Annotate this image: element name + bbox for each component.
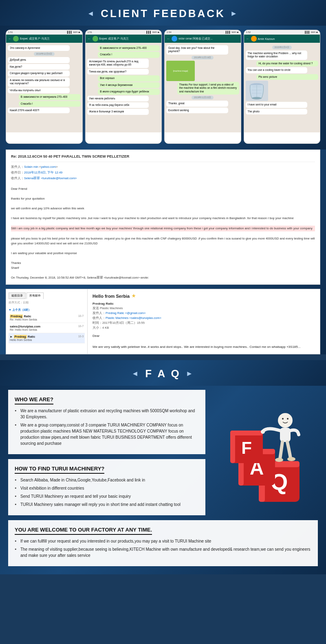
status-bar-2: 1:51 ▌▌▌ WiFi ■ xyxy=(86,30,162,35)
chat-body-3: Good day ,how are you? how about the pay… xyxy=(165,43,241,132)
email-meta-to: 收件人：Selena翠翠 <turuitrade@foxmail.com> xyxy=(11,176,315,180)
svg-point-18 xyxy=(278,413,293,428)
faq-title: F A Q xyxy=(145,367,181,380)
chat-msg: Как дела? xyxy=(8,64,70,70)
chat-msg: Thanks ,great xyxy=(166,101,228,106)
email-detail-size: 大小：4 KB xyxy=(93,326,315,330)
status-bar-1: 1:51 ▌▌▌ WiFi ■ xyxy=(6,30,82,35)
serbia-email-container: 箱前目录 所有邮件 排序方式：日期 ▼ 上个月（3封） 10-7 Predrag… xyxy=(6,289,320,354)
list-item: TURUI Machinery sales manager will reply… xyxy=(15,501,199,508)
contact-avatar-4 xyxy=(251,36,257,42)
chat-date: 2019年12月6日 xyxy=(34,52,55,56)
faq-who-we-are: WHO WE ARE? We are a manufacturer of pla… xyxy=(8,390,205,454)
chat-msg: You can use a cooling tower to circle xyxy=(246,67,308,73)
svg-point-24 xyxy=(261,430,265,434)
chat-msg: The machine working fine Problem ... why… xyxy=(246,51,308,60)
chat-msg: Good day ,how are you? how about the pay… xyxy=(166,45,228,55)
email-detail-body: Dear We are very satisfy with peletiser … xyxy=(93,333,315,350)
email-subject-preview: Hello from Serbia xyxy=(10,338,84,341)
email-from: ► Predrag Ratic xyxy=(10,335,84,338)
faq-text-column: WHO WE ARE? We are a manufacturer of pla… xyxy=(8,390,205,520)
contact-avatar-3 xyxy=(172,36,177,42)
chat-msg: Уже начала работать xyxy=(87,96,149,101)
email-list-panel: 箱前目录 所有邮件 排序方式：日期 ▼ 上个月（3封） 10-7 Predrag… xyxy=(6,289,88,354)
client-feedback-title: CLIENT FEEDBACK xyxy=(101,7,225,20)
cooling-tower-image xyxy=(246,81,268,101)
svg-point-19 xyxy=(282,418,284,420)
chat-body-1: Это сквизер в Аргентине 2019年12月6日 Добры… xyxy=(6,43,82,132)
email-sort-label: 排序方式：日期 xyxy=(9,301,85,305)
list-item: We are a group company,consist of 3 comp… xyxy=(15,422,199,446)
phone-screenshots-row: 1:51 ▌▌▌ WiFi ■ ← Борис 成交客户 乌克兰 Это скв… xyxy=(0,26,326,149)
email-date: 10-3 xyxy=(78,335,84,338)
email-detail-to: 收件人：Plastic Machines <sales@turuiplas.co… xyxy=(93,316,315,320)
faq-header: ◄ F A Q ► xyxy=(0,360,326,386)
faq-content-area: WHO WE ARE? We are a manufacturer of pla… xyxy=(0,386,326,520)
tab-all-mail[interactable]: 所有邮件 xyxy=(26,292,44,299)
list-item[interactable]: 10-7 Predrag Ratic Re: Hello from Serbia xyxy=(9,313,85,323)
chat-msg: В зависимости от материала 270–400 xyxy=(19,94,81,100)
faq-heading-welcome: YOU ARE WELCOME TO OUR FACTORY AT ANY TI… xyxy=(15,527,152,535)
faq-figure-column: Q A F xyxy=(212,390,318,520)
email-detail-subject: Hello from Serbia ★ xyxy=(93,293,315,299)
faq-left-chevron-icon: ◄ xyxy=(131,369,140,378)
email-from: Predrag Ratic xyxy=(10,314,84,318)
list-item: The meaning of visiting supplier,because… xyxy=(15,546,311,558)
chat-msg: Pls senc picture xyxy=(256,74,318,80)
chat-body-2: В зависимости от материала 270–400 Спаси… xyxy=(86,43,162,132)
svg-point-22 xyxy=(275,458,283,462)
chat-msg: The photo xyxy=(246,109,308,114)
svg-point-20 xyxy=(287,418,289,420)
star-icon: ★ xyxy=(132,293,136,299)
chat-msg: Excellent working xyxy=(166,108,228,113)
list-item: Send TURUI Machinery an request and tell… xyxy=(15,493,199,499)
list-item[interactable]: 10-3 ► Predrag Ratic Hello from Serbia xyxy=(9,333,85,343)
contact-avatar-1 xyxy=(13,36,19,42)
email-list-tabs: 箱前目录 所有邮件 xyxy=(9,292,85,299)
svg-text:F: F xyxy=(241,438,252,457)
chat-date: 2020年2月4日 xyxy=(272,46,292,49)
chat-image: [machine image] xyxy=(166,61,195,81)
list-item: We are a manufacturer of plastic extrusi… xyxy=(15,408,199,420)
tab-inbox[interactable]: 箱前目录 xyxy=(9,292,26,299)
faq-welcome-list: If we can fullfill your request and you … xyxy=(15,538,311,558)
chat-msg: Уже 4 месяца беременная xyxy=(98,82,160,88)
chat-date: 2019年11月22日 xyxy=(192,96,214,99)
chat-msg: Агломерат Пэ зочень рыхлый-270 а лид кан… xyxy=(87,59,149,68)
svg-point-23 xyxy=(287,457,295,461)
phone-chat-4: 1:52 ▌▌▌ WiFi ■ ← Amin Kazoun 2020年2月4日 … xyxy=(244,30,321,144)
faq-section: ◄ F A Q ► WHO WE ARE? We are a manufactu… xyxy=(0,360,326,574)
svg-rect-16 xyxy=(230,431,235,463)
chat-msg: I have sent to your email xyxy=(246,102,308,108)
email-from: sales@turuiplas.com xyxy=(10,325,84,328)
chat-msg: Это сквизер в Аргентине xyxy=(8,45,70,51)
chat-header-4: ← Amin Kazoun xyxy=(244,35,320,43)
list-item: If we can fullfill your request and you … xyxy=(15,538,311,544)
svg-rect-21 xyxy=(280,428,291,442)
email-detail-panel: Hello from Serbia ★ Predrag Ratic 发送 Pla… xyxy=(88,289,320,354)
email-body: Dear Friend thanks for your quotation we… xyxy=(11,187,315,280)
faq-who-list: We are a manufacturer of plastic extrusi… xyxy=(15,408,199,446)
phone-chat-2: 1:51 ▌▌▌ WiFi ■ ← Борис 成交客户 乌克兰 В завис… xyxy=(85,30,162,144)
chat-msg: Чтобы мы получить опыт xyxy=(8,88,70,93)
faq-heading-how: HOW TO FIND TURUI MACHINERY? xyxy=(15,466,104,474)
email-date: 10-7 xyxy=(78,314,84,317)
email-detail-from-address: 发件人：Predrag Ratic <@gmail.com> xyxy=(93,311,315,315)
chat-msg: Я за тебя очень рад береги себя xyxy=(87,102,149,108)
email-detail-from-name: Predrag Ratic xyxy=(93,302,315,306)
chat-msg: В зависимости от материала 270–400 xyxy=(98,45,160,51)
phone-chat-3: 1:54 ▌▌▌ WiFi ■ ← victor cenai 阿格兹 已成交..… xyxy=(164,30,241,144)
faq-how-list: Search Alibaba, Made in China,Google,You… xyxy=(15,477,199,508)
email-detail-date: 时间：2017年10月3日（周二）15:55 xyxy=(93,321,315,325)
email-folder-last-month: ▼ 上个月（3封） xyxy=(9,307,85,313)
chat-msg: Спасибо ! xyxy=(98,52,160,57)
chat-msg: Все хорошо xyxy=(98,75,160,81)
list-item[interactable]: 10-7 sales@turuiplas.com Re: Hello from … xyxy=(9,323,85,333)
left-chevron-icon: ◄ xyxy=(87,9,96,18)
status-bar-3: 1:54 ▌▌▌ WiFi ■ xyxy=(165,30,241,35)
chat-body-4: 2020年2月4日 The machine working fine Probl… xyxy=(244,43,320,132)
email-detail-from-title: 发送 Plastic Machines xyxy=(93,306,315,310)
email-1: Re: 2018.12.6CCH 50 40 PET PARALLEL TWIN… xyxy=(6,149,320,285)
list-item: Search Alibaba, Made in China,Google,You… xyxy=(15,477,199,483)
status-bar-4: 1:52 ▌▌▌ WiFi ■ xyxy=(244,30,320,35)
